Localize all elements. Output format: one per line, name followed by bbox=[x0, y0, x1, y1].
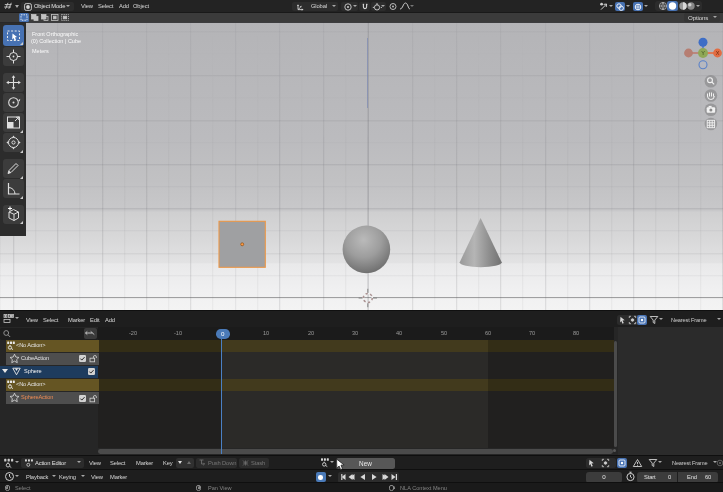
svg-text:Y: Y bbox=[701, 50, 705, 56]
svg-text:X: X bbox=[716, 50, 720, 56]
